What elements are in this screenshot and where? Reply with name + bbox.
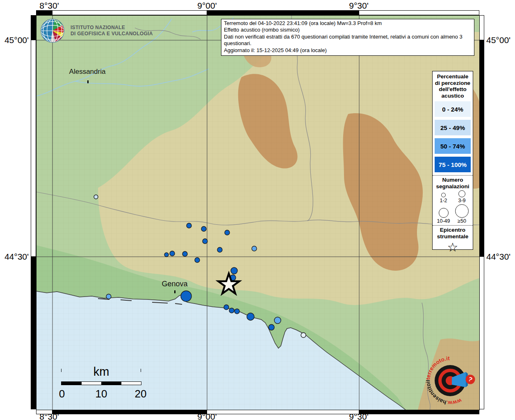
legend-swatch: 0 - 24% xyxy=(435,101,471,117)
report-marker[interactable] xyxy=(106,294,111,299)
event-info-line-2: Effetto acustico (rombo sismico) xyxy=(224,27,472,33)
legend-epicenter-star-icon: ☆ xyxy=(434,241,471,253)
report-marker[interactable] xyxy=(164,253,169,257)
legend-swatch: 75 - 100% xyxy=(435,157,471,172)
scale-bar: km 0 10 20 xyxy=(61,365,141,400)
scale-tick-10: 10 xyxy=(96,388,107,400)
scale-bar-labels: 0 10 20 xyxy=(61,388,141,400)
report-marker[interactable] xyxy=(201,226,206,231)
legend-swatch: 25 - 49% xyxy=(435,120,471,135)
place-label-genova: Genova xyxy=(162,280,187,288)
event-info-line-4: Aggiornato il: 15-12-2025 04:49 (ora loc… xyxy=(224,47,472,54)
report-marker[interactable] xyxy=(252,246,257,251)
scale-tick-20: 20 xyxy=(135,388,147,400)
place-label-alessandria: Alessandria xyxy=(69,68,106,76)
report-marker[interactable] xyxy=(301,333,306,338)
map-legend: Percentuale di percezione dell'effetto a… xyxy=(432,71,473,250)
report-marker[interactable] xyxy=(224,305,229,310)
legend-count-classes: 1-23-910-49≥50 xyxy=(434,189,471,224)
report-marker[interactable] xyxy=(203,239,207,244)
event-info-line-1: Terremoto del 04-10-2022 23:41:09 (ora l… xyxy=(224,20,472,27)
report-marker[interactable] xyxy=(231,267,237,274)
axis-label-top-3: 9°30' xyxy=(349,1,368,11)
axis-label-top-1: 8°30' xyxy=(39,1,59,11)
report-marker[interactable] xyxy=(195,258,200,262)
ingv-logo-text: ISTITUTO NAZIONALE DI GEOFISICA E VULCAN… xyxy=(71,25,153,37)
scale-bar-segments xyxy=(61,381,141,385)
report-marker[interactable] xyxy=(181,291,191,301)
legend-count-class: 10-49 xyxy=(435,204,453,224)
scale-bar-title: km xyxy=(61,365,141,379)
legend-percent-title: Percentuale di percezione dell'effetto a… xyxy=(434,73,471,99)
report-marker[interactable] xyxy=(235,309,239,314)
report-marker[interactable] xyxy=(187,223,191,228)
legend-divider-2 xyxy=(433,225,473,226)
legend-divider-1 xyxy=(433,175,473,176)
legend-percent-swatches: 0 - 24%25 - 49%50 - 74%75 - 100% xyxy=(434,101,471,172)
map-canvas[interactable]: Alessandria Genova xyxy=(36,15,480,410)
legend-swatch: 50 - 74% xyxy=(435,138,471,154)
legend-count-class: 3-9 xyxy=(453,190,471,203)
report-marker[interactable] xyxy=(217,247,222,252)
ingv-logo[interactable]: ISTITUTO NAZIONALE DI GEOFISICA E VULCAN… xyxy=(40,18,156,43)
report-marker[interactable] xyxy=(247,313,254,320)
axis-label-right-1: 45°00' xyxy=(486,35,510,45)
legend-count-class: 1-2 xyxy=(435,190,453,203)
hsit-website-logo[interactable]: ? www.haisentitoilterremoto.it xyxy=(425,355,476,406)
legend-count-title: Numero segnalazioni xyxy=(434,177,471,189)
report-marker[interactable] xyxy=(274,317,281,324)
report-marker[interactable] xyxy=(269,324,274,330)
report-marker[interactable] xyxy=(170,251,175,256)
scale-tick-0: 0 xyxy=(59,388,65,400)
axis-label-top-2: 9°00' xyxy=(197,1,216,11)
axis-label-left-2: 44°30' xyxy=(0,252,29,262)
report-marker[interactable] xyxy=(182,251,187,256)
genova-city-marker xyxy=(174,290,175,293)
legend-count-class: ≥50 xyxy=(453,204,471,224)
report-marker[interactable] xyxy=(94,195,98,199)
axis-label-left-1: 45°00' xyxy=(0,35,29,45)
axis-label-right-2: 44°30' xyxy=(486,252,510,262)
event-info-line-3: Dati non verificati estratti da 670 ques… xyxy=(224,34,472,47)
legend-epicenter-title: Epicentro strumentale xyxy=(434,227,471,240)
report-marker[interactable] xyxy=(229,308,234,313)
alessandria-city-marker xyxy=(87,80,89,83)
event-info-box: Terremoto del 04-10-2022 23:41:09 (ora l… xyxy=(221,19,474,56)
ingv-globe-icon xyxy=(40,18,65,43)
report-marker[interactable] xyxy=(225,230,230,235)
hsit-map-page: 8°30' 9°00' 9°30' 8°30' 9°00' 9°30' 45°0… xyxy=(0,0,515,420)
